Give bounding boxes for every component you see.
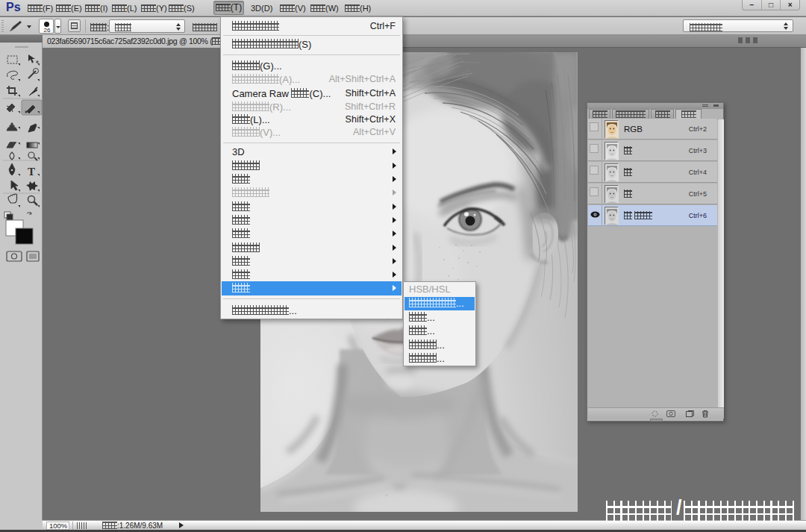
svg-text:T: T	[28, 166, 35, 178]
